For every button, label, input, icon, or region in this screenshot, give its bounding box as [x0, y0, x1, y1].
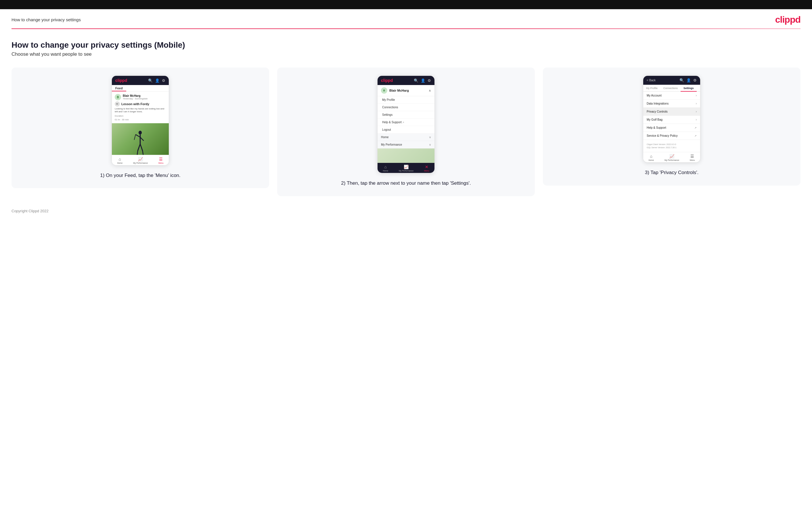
- section-home-label: Home: [381, 135, 389, 139]
- chevron-down-icon-2: ∨: [429, 143, 431, 146]
- phone3-nav-menu[interactable]: ☰ Menu: [690, 154, 695, 161]
- step-1-card: clippd 🔍 👤 ⚙ Feed B Blair: [11, 67, 269, 188]
- tab-my-profile[interactable]: My Profile: [643, 85, 660, 91]
- svg-line-6: [140, 144, 143, 151]
- phone3-nav-performance[interactable]: 📈 My Performance: [664, 154, 679, 161]
- nav-menu-label-2: Menu: [424, 170, 429, 172]
- page-subheading: Choose what you want people to see: [11, 51, 801, 57]
- phone3-nav-home[interactable]: ⌂ Home: [648, 154, 654, 161]
- header: How to change your privacy settings clip…: [0, 9, 812, 29]
- phone2-avatar: B: [381, 87, 387, 94]
- external-link-icon-2: ↗: [695, 134, 697, 137]
- settings-service-privacy[interactable]: Service & Privacy Policy ↗: [643, 132, 700, 140]
- settings-help-support[interactable]: Help & Support ↗: [643, 124, 700, 132]
- svg-point-0: [139, 131, 142, 134]
- settings-icon: ⚙: [162, 78, 165, 83]
- phone2-header: clippd 🔍 👤 ⚙: [377, 76, 435, 85]
- step-1-caption: 1) On your Feed, tap the 'Menu' icon.: [100, 172, 181, 179]
- phone2-logo: clippd: [381, 78, 393, 83]
- duration-value: 01 hr : 30 min: [115, 118, 166, 121]
- my-golf-bag-label: My Golf Bag: [647, 118, 662, 121]
- home-icon-2: ⌂: [385, 165, 387, 169]
- golfer-icon: [133, 130, 148, 155]
- settings-data-integrations[interactable]: Data Integrations ›: [643, 100, 700, 108]
- phone-mockup-1: clippd 🔍 👤 ⚙ Feed B Blair: [111, 75, 169, 165]
- version-client: Clippd Client Version: 2022.8.3-3: [647, 143, 697, 146]
- chevron-up-icon: ∧: [429, 89, 431, 93]
- svg-line-3: [134, 134, 136, 140]
- phone1-image: [112, 123, 169, 155]
- phone1-logo: clippd: [115, 78, 127, 83]
- header-title: How to change your privacy settings: [11, 17, 81, 22]
- logo: clippd: [775, 14, 801, 25]
- lesson-icon: ✏: [115, 101, 120, 107]
- phone3-bottom-nav: ⌂ Home 📈 My Performance ☰ Menu: [643, 152, 700, 162]
- steps-row: clippd 🔍 👤 ⚙ Feed B Blair: [11, 67, 801, 196]
- phone2-menu-settings[interactable]: Settings: [377, 111, 435, 119]
- section-performance-label: My Performance: [381, 143, 402, 146]
- main-content: How to change your privacy settings (Mob…: [0, 29, 812, 202]
- phone1-user-sub: Yesterday · Sunningdale: [123, 97, 148, 100]
- nav-menu-label: Menu: [158, 162, 164, 164]
- performance-icon: 📈: [138, 157, 143, 161]
- settings-my-account[interactable]: My Account ›: [643, 92, 700, 100]
- svg-line-5: [138, 144, 140, 151]
- phone2-image-bg: [377, 149, 435, 163]
- phone-mockup-3: < Back 🔍 👤 ⚙ My Profile Connections Sett…: [643, 75, 701, 163]
- tab-settings[interactable]: Settings: [680, 85, 697, 92]
- nav-menu-label-3: Menu: [690, 159, 695, 161]
- phone2-menu-connections[interactable]: Connections: [377, 104, 435, 111]
- chevron-right-icon: ›: [696, 94, 697, 97]
- footer: Copyright Clippd 2022: [0, 202, 812, 220]
- phone1-username: Blair McHarg: [123, 94, 148, 97]
- privacy-controls-label: Privacy Controls: [647, 110, 668, 113]
- phone2-nav-menu[interactable]: ✕ Menu: [424, 165, 429, 172]
- feed-tab[interactable]: Feed: [112, 85, 126, 91]
- home-icon: ⌂: [119, 157, 121, 161]
- phone2-menu-logout[interactable]: Logout: [377, 126, 435, 133]
- phone1-user-info: Blair McHarg Yesterday · Sunningdale: [123, 94, 148, 100]
- step-2-card: clippd 🔍 👤 ⚙ B Blair McHarg ∧ M: [277, 67, 535, 196]
- performance-icon-3: 📈: [669, 154, 674, 159]
- phone1-nav-menu[interactable]: ☰ Menu: [158, 157, 164, 164]
- phone2-icons: 🔍 👤 ⚙: [414, 78, 431, 83]
- svg-line-2: [136, 134, 140, 137]
- settings-privacy-controls[interactable]: Privacy Controls ›: [643, 108, 700, 116]
- settings-icon-3: ⚙: [693, 78, 697, 82]
- phone2-nav-home[interactable]: ⌂ Home: [383, 165, 388, 172]
- phone2-bottom-nav: ⌂ Home 📈 My Performance ✕ Menu: [377, 163, 435, 173]
- phone1-nav-performance[interactable]: 📈 My Performance: [133, 157, 148, 164]
- settings-my-golf-bag[interactable]: My Golf Bag ›: [643, 116, 700, 124]
- phone2-user-row[interactable]: B Blair McHarg ∧: [377, 85, 435, 96]
- phone2-section-performance[interactable]: My Performance ∨: [377, 141, 435, 149]
- phone3-icons: 🔍 👤 ⚙: [679, 78, 697, 82]
- back-button[interactable]: < Back: [647, 79, 656, 82]
- search-icon-3: 🔍: [679, 78, 684, 82]
- search-icon: 🔍: [148, 78, 153, 83]
- user-icon-2: 👤: [421, 78, 425, 83]
- phone3-tabs: My Profile Connections Settings: [643, 85, 700, 92]
- phone1-bottom-nav: ⌂ Home 📈 My Performance ☰ Menu: [112, 155, 169, 165]
- chevron-down-icon: ∨: [429, 135, 431, 139]
- phone2-nav-performance[interactable]: 📈 My Performance: [399, 165, 413, 172]
- user-icon-3: 👤: [687, 78, 691, 82]
- phone3-header: < Back 🔍 👤 ⚙: [643, 76, 700, 85]
- nav-home-label-2: Home: [383, 170, 388, 172]
- nav-performance-label-2: My Performance: [399, 170, 413, 172]
- copyright: Copyright Clippd 2022: [11, 209, 49, 213]
- phone2-menu-my-profile[interactable]: My Profile: [377, 96, 435, 104]
- phone3-settings-list: My Account › Data Integrations › Privacy…: [643, 92, 700, 140]
- step-3-card: < Back 🔍 👤 ⚙ My Profile Connections Sett…: [543, 67, 801, 185]
- search-icon-2: 🔍: [414, 78, 418, 83]
- data-integrations-label: Data Integrations: [647, 102, 668, 105]
- tab-connections[interactable]: Connections: [660, 85, 680, 91]
- phone2-section-home[interactable]: Home ∨: [377, 133, 435, 141]
- phone1-nav-home[interactable]: ⌂ Home: [117, 157, 122, 164]
- nav-performance-label: My Performance: [133, 162, 148, 164]
- chevron-right-icon-3: ›: [696, 110, 697, 113]
- phone3-version: Clippd Client Version: 2022.8.3-3 GQL Se…: [643, 140, 700, 152]
- nav-home-label-3: Home: [648, 159, 654, 161]
- duration-label: Duration: [115, 115, 166, 117]
- phone2-menu-help[interactable]: Help & Support: [377, 119, 435, 126]
- phone1-avatar: B: [115, 94, 121, 100]
